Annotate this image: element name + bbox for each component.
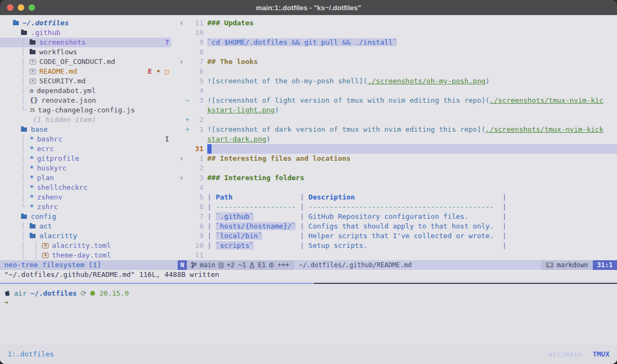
editor-line[interactable]: 5| Path | Description | xyxy=(178,192,617,202)
tree-label: theme-day.toml xyxy=(52,251,111,260)
editor-line[interactable]: +1![screenshot of dark version of tmux w… xyxy=(178,125,617,134)
tree-row[interactable]: │ workflows xyxy=(0,47,171,57)
folder-icon xyxy=(21,127,27,132)
editor-line[interactable]: 4 xyxy=(178,86,617,96)
tree-row[interactable]: base xyxy=(0,125,171,134)
line-text: ### Interesting folders xyxy=(207,173,617,183)
diagnostics-count: E1 xyxy=(258,260,265,270)
syntax-segment: `.github` xyxy=(216,212,254,220)
syntax-segment: | xyxy=(300,212,308,220)
syntax-segment xyxy=(494,203,502,211)
tree-row[interactable]: (1 hidden item) xyxy=(0,115,171,125)
git-modified-badge: □ xyxy=(165,67,169,76)
editor-line[interactable]: ∨1## Interesting files and locations xyxy=(178,154,617,163)
syntax-segment xyxy=(262,232,300,240)
syntax-segment: `scripts` xyxy=(216,241,254,249)
dotfile-star-icon xyxy=(30,202,34,212)
tree-row[interactable]: │ bashrcI xyxy=(0,134,171,144)
tree-row[interactable]: │ SECURITY.md xyxy=(0,76,171,86)
syntax-segment: `cd $HOME/.dotfiles && git pull && ./ins… xyxy=(207,38,397,46)
prompt-host: air xyxy=(14,289,26,297)
tree-row[interactable]: │ shellcheckrc xyxy=(0,183,171,192)
editor-line[interactable]: kstart-light.png) xyxy=(178,105,617,115)
window-title: main:1:.dotfiles - "ks~/.dotfiles" xyxy=(0,4,617,12)
syntax-segment: ./screenshots/oh-my-posh.png xyxy=(367,77,485,85)
line-text: start-dark.png) xyxy=(207,134,617,144)
tree-row[interactable]: ~/.dotfiles xyxy=(0,18,171,28)
editor-line[interactable]: start-dark.png) xyxy=(178,134,617,144)
line-number xyxy=(191,105,204,115)
editor-line[interactable]: ∨11### Updates xyxy=(178,18,617,28)
editor-line[interactable]: 2 xyxy=(178,163,617,173)
tree-row[interactable]: │ gitprofile xyxy=(0,154,171,163)
line-text xyxy=(207,183,617,192)
editor-line[interactable]: +2 xyxy=(178,115,617,125)
syntax-segment: ## The looks xyxy=(207,58,258,66)
tree-row[interactable]: │ act xyxy=(0,222,171,231)
editor-line[interactable]: 4 xyxy=(178,183,617,192)
line-number xyxy=(191,134,204,144)
fold-column xyxy=(178,231,185,241)
line-text xyxy=(207,144,617,154)
sign-column xyxy=(185,86,191,96)
editor-line[interactable]: 7| `.github` | GitHub Repository configu… xyxy=(178,212,617,222)
tree-row[interactable]: │ README.mdE•□ xyxy=(0,67,171,76)
editor-line[interactable]: 11 xyxy=(178,251,617,260)
tree-row[interactable]: config xyxy=(0,212,171,222)
fold-column xyxy=(178,96,185,105)
tree-indent-guides: │ xyxy=(4,222,30,231)
pane-border-active[interactable] xyxy=(0,283,314,284)
tree-row[interactable]: └ zshrc xyxy=(0,202,171,212)
fold-column xyxy=(178,192,185,202)
editor-line[interactable]: 5![screenshot of the oh-my-posh shell](.… xyxy=(178,76,617,86)
tree-indent-guides: │ │ xyxy=(4,251,42,260)
tree-row[interactable]: │ screenshots? xyxy=(0,38,171,47)
sign-column xyxy=(185,173,191,183)
editor-line[interactable]: 31 xyxy=(178,144,617,154)
tmux-flag: TMUX xyxy=(593,349,609,360)
editor-line[interactable]: 8 xyxy=(178,47,617,57)
editor-line[interactable]: 10| `scripts` | Setup scripts. | xyxy=(178,241,617,251)
tree-row[interactable]: │ CODE_OF_CONDUCT.md xyxy=(0,57,171,67)
sign-column xyxy=(185,76,191,86)
syntax-segment: ### Updates xyxy=(207,19,254,27)
editor-line[interactable]: 8| `hosts/{hostname}/` | Configs that sh… xyxy=(178,222,617,231)
editor-line[interactable]: 6| ------------------- | ---------------… xyxy=(178,202,617,212)
tree-row[interactable]: │ ecrc xyxy=(0,144,171,154)
tree-row[interactable]: │ │ theme-day.toml xyxy=(0,251,171,260)
line-text: ![screenshot of dark version of tmux wit… xyxy=(207,125,617,134)
fold-column xyxy=(178,144,185,154)
tree-row[interactable]: │ renovate.json xyxy=(0,96,171,105)
neo-tree-statusline: neo-tree filesystem [1] xyxy=(0,260,178,270)
git-branch-icon xyxy=(191,262,197,268)
line-number: 3 xyxy=(191,96,204,105)
tree-row[interactable]: .github xyxy=(0,28,171,38)
tree-row[interactable]: │ huskyrc xyxy=(0,163,171,173)
filetype-label: markdown xyxy=(557,260,588,270)
editor-line[interactable]: ∨7## The looks xyxy=(178,57,617,67)
line-text: | `.github` | GitHub Repository configur… xyxy=(207,212,617,222)
line-number: 7 xyxy=(191,212,204,222)
tree-row[interactable]: │ plan xyxy=(0,173,171,183)
line-number: 8 xyxy=(191,222,204,231)
tree-row[interactable]: │ zshenv xyxy=(0,192,171,202)
editor-line[interactable]: 6 xyxy=(178,67,617,76)
tree-row[interactable]: │ │ alacritty.toml xyxy=(0,241,171,251)
command-line-message: "~/.dotfiles/.github/README.md" 116L, 44… xyxy=(0,270,617,280)
line-number: 9 xyxy=(191,231,204,241)
editor-line[interactable]: ~3![screenshot of light version of tmux … xyxy=(178,96,617,105)
pane-border[interactable] xyxy=(314,283,617,284)
editor-line[interactable]: ∨3### Interesting folders xyxy=(178,173,617,183)
editor-line[interactable]: 9`cd $HOME/.dotfiles && git pull && ./in… xyxy=(178,38,617,47)
syntax-segment: GitHub Repository configuration files. xyxy=(308,212,468,220)
sign-column xyxy=(185,154,191,163)
tree-row[interactable]: │ alacritty xyxy=(0,231,171,241)
editor-line[interactable]: 10 xyxy=(178,28,617,38)
sign-column xyxy=(185,105,191,115)
tree-row[interactable]: │ dependabot.yml xyxy=(0,86,171,96)
line-number: 7 xyxy=(191,57,204,67)
tree-row[interactable]: └ tag-changelog-config.js xyxy=(0,105,171,115)
editor-line[interactable]: 9| `local/bin` | Helper scripts that I'v… xyxy=(178,231,617,241)
tmux-window-tab[interactable]: 1:.dotfiles xyxy=(8,349,54,360)
tree-label: shellcheckrc xyxy=(37,183,88,192)
